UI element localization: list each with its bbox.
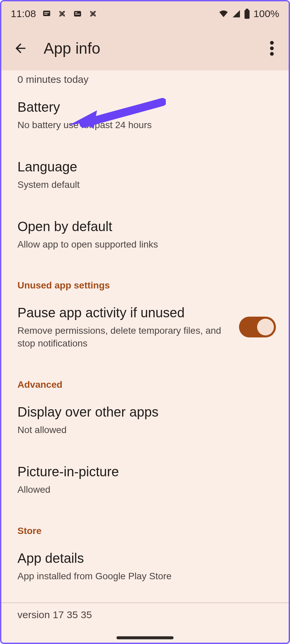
display-over-sub: Not allowed bbox=[17, 424, 273, 436]
status-battery-text: 100% bbox=[253, 8, 279, 19]
battery-sub: No battery use for past 24 hours bbox=[17, 119, 273, 131]
back-button[interactable] bbox=[9, 41, 32, 56]
svg-rect-2 bbox=[44, 14, 47, 14]
pip-title: Picture-in-picture bbox=[17, 463, 273, 480]
svg-point-8 bbox=[270, 41, 274, 45]
section-unused-app: Unused app settings bbox=[1, 264, 289, 291]
arrow-left-icon bbox=[13, 41, 28, 56]
pause-title: Pause app activity if unused bbox=[17, 304, 231, 321]
svg-rect-0 bbox=[43, 11, 50, 16]
language-sub: System default bbox=[17, 178, 273, 191]
settings-content[interactable]: 0 minutes today Battery No battery use f… bbox=[1, 70, 289, 643]
svg-rect-6 bbox=[245, 10, 250, 19]
open-by-default-title: Open by default bbox=[17, 218, 273, 235]
language-title: Language bbox=[17, 158, 273, 175]
svg-point-9 bbox=[270, 47, 274, 50]
svg-rect-7 bbox=[246, 9, 249, 10]
pause-app-activity-item[interactable]: Pause app activity if unused Remove perm… bbox=[1, 291, 289, 363]
open-by-default-item[interactable]: Open by default Allow app to open suppor… bbox=[1, 205, 289, 264]
news-icon bbox=[73, 9, 82, 18]
pip-sub: Allowed bbox=[17, 483, 273, 496]
section-store: Store bbox=[1, 509, 289, 536]
status-time: 11:08 bbox=[11, 8, 36, 19]
svg-rect-4 bbox=[75, 12, 77, 13]
message-icon bbox=[42, 9, 51, 18]
battery-icon bbox=[244, 9, 250, 19]
overflow-menu-button[interactable] bbox=[262, 41, 281, 56]
wifi-icon bbox=[219, 9, 229, 19]
app-details-sub: App installed from Google Play Store bbox=[17, 570, 273, 583]
pinwheel-icon bbox=[57, 9, 67, 18]
open-by-default-sub: Allow app to open supported links bbox=[17, 238, 273, 251]
pinwheel-icon bbox=[88, 9, 98, 18]
cellular-icon bbox=[232, 9, 241, 18]
language-item[interactable]: Language System default bbox=[1, 145, 289, 205]
pause-toggle[interactable] bbox=[239, 317, 276, 337]
gesture-nav-bar[interactable] bbox=[116, 636, 174, 639]
battery-title: Battery bbox=[17, 99, 273, 115]
section-advanced: Advanced bbox=[1, 363, 289, 390]
toggle-knob bbox=[257, 319, 274, 335]
svg-rect-5 bbox=[75, 14, 80, 14]
app-bar: App info bbox=[1, 26, 289, 70]
page-title: App info bbox=[44, 39, 262, 57]
picture-in-picture-item[interactable]: Picture-in-picture Allowed bbox=[1, 450, 289, 509]
svg-point-10 bbox=[270, 52, 274, 56]
display-over-apps-item[interactable]: Display over other apps Not allowed bbox=[1, 390, 289, 450]
version-partial: version 17 35 35 bbox=[1, 603, 289, 621]
screen-time-subtext: 0 minutes today bbox=[1, 70, 289, 85]
pause-sub: Remove permissions, delete temporary fil… bbox=[17, 324, 231, 350]
battery-item[interactable]: Battery No battery use for past 24 hours bbox=[1, 85, 289, 145]
app-details-title: App details bbox=[17, 550, 273, 567]
display-over-title: Display over other apps bbox=[17, 404, 273, 420]
status-bar: 11:08 bbox=[1, 1, 289, 26]
app-details-item[interactable]: App details App installed from Google Pl… bbox=[1, 536, 289, 596]
svg-rect-1 bbox=[44, 12, 49, 13]
more-vert-icon bbox=[270, 41, 274, 56]
